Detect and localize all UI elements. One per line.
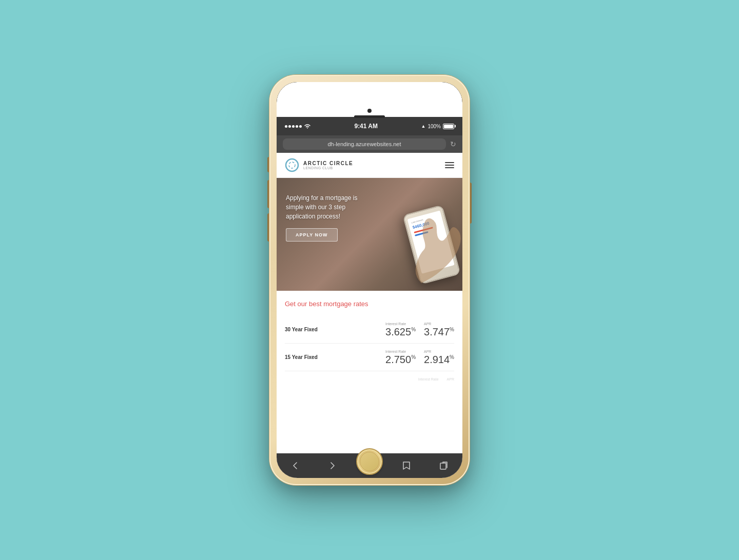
browser-back-button[interactable] (287, 457, 303, 474)
interest-rate-label-partial: Interest Rate (418, 377, 439, 381)
power-button (470, 183, 472, 224)
hero-section: Applying for a mortgage is simple with o… (277, 178, 462, 291)
signal-bars (285, 125, 302, 128)
ear-speaker (354, 115, 385, 118)
apr-block-15yr: APR 2.914% (424, 350, 454, 365)
rate-name-15yr: 15 Year Fixed (285, 354, 323, 360)
app-logo: ARCTIC CIRCLE lending club (285, 158, 353, 172)
interest-rate-block-partial: Interest Rate (418, 377, 439, 382)
interest-rate-block-30yr: Interest Rate 3.625% (385, 322, 416, 337)
apr-value-15yr: 2.914% (424, 354, 454, 365)
status-right: ▲ 100% (421, 124, 454, 129)
svg-rect-2 (440, 463, 446, 469)
hero-text: Applying for a mortgage is simple with o… (286, 193, 368, 242)
rate-values-15yr: Interest Rate 2.750% APR 2.914% (323, 350, 454, 365)
svg-point-0 (286, 159, 298, 171)
browser-bookmarks-button[interactable] (398, 457, 415, 474)
battery-icon (443, 124, 454, 129)
home-button-inner (360, 452, 379, 471)
status-time: 9:41 AM (354, 123, 378, 130)
reload-button[interactable]: ↻ (450, 140, 456, 148)
svg-point-1 (289, 162, 295, 168)
rates-title: Get our best mortgage rates (285, 300, 454, 308)
home-button[interactable] (356, 448, 383, 475)
interest-rate-block-15yr: Interest Rate 2.750% (385, 350, 416, 365)
phone-top-hardware (277, 82, 462, 123)
forward-arrow-icon (327, 461, 338, 471)
menu-button[interactable] (445, 162, 454, 168)
wifi-icon (304, 124, 311, 129)
interest-rate-value-15yr: 2.750% (385, 354, 416, 365)
rate-row-30yr: 30 Year Fixed Interest Rate 3.625% APR (285, 316, 454, 344)
logo-icon (285, 158, 299, 172)
logo-text: ARCTIC CIRCLE lending club (303, 161, 353, 170)
rate-values-30yr: Interest Rate 3.625% APR 3.747% (323, 322, 454, 337)
apr-value-30yr: 3.747% (424, 327, 454, 337)
hero-headline: Applying for a mortgage is simple with o… (286, 193, 368, 221)
back-arrow-icon (290, 461, 300, 471)
apr-label-15yr: APR (424, 350, 454, 353)
battery-percent: 100% (427, 124, 441, 129)
url-input[interactable]: dh-lending.azurewebsites.net (283, 138, 446, 150)
interest-rate-label-15yr: Interest Rate (385, 350, 416, 353)
hamburger-line-1 (445, 162, 454, 163)
rate-name-30yr: 30 Year Fixed (285, 327, 323, 332)
rate-row-15yr: 15 Year Fixed Interest Rate 2.750% APR (285, 344, 454, 371)
hamburger-line-3 (445, 167, 454, 168)
hero-background: Applying for a mortgage is simple with o… (277, 178, 462, 291)
rate-row-partial: Interest Rate APR (285, 371, 454, 388)
apr-label-30yr: APR (424, 322, 454, 326)
phone-mockup: 9:41 AM ▲ 100% dh-lending.azurewebsites.… (269, 75, 470, 485)
hand-illustration (385, 198, 462, 291)
logo-title: ARCTIC CIRCLE (303, 161, 353, 166)
location-icon: ▲ (421, 124, 425, 129)
interest-rate-value-30yr: 3.625% (385, 327, 416, 337)
scroll-content[interactable]: Get our best mortgage rates 30 Year Fixe… (277, 291, 462, 453)
status-left (285, 124, 311, 129)
apr-block-30yr: APR 3.747% (424, 322, 454, 337)
logo-subtitle: lending club (303, 166, 353, 170)
browser-tabs-button[interactable] (436, 457, 452, 474)
hamburger-line-2 (445, 165, 454, 166)
front-camera (367, 109, 372, 113)
rates-section: Get our best mortgage rates 30 Year Fixe… (277, 291, 462, 397)
tabs-icon (439, 461, 449, 471)
bookmarks-icon (401, 461, 412, 471)
rate-values-partial: Interest Rate APR (323, 377, 454, 382)
interest-rate-label-30yr: Interest Rate (385, 322, 416, 326)
apr-label-partial: APR (447, 377, 454, 381)
apply-now-button[interactable]: APPLY NOW (286, 228, 338, 242)
phone-screen: 9:41 AM ▲ 100% dh-lending.azurewebsites.… (277, 82, 462, 478)
apr-block-partial: APR (447, 377, 454, 382)
url-bar: dh-lending.azurewebsites.net ↻ (277, 135, 462, 153)
browser-forward-button[interactable] (324, 457, 341, 474)
app-header: ARCTIC CIRCLE lending club (277, 153, 462, 178)
